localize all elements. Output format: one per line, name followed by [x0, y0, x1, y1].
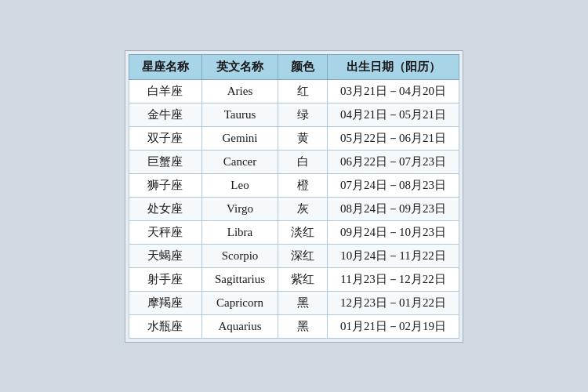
- table-header-row: 星座名称 英文名称 颜色 出生日期（阳历）: [129, 54, 459, 79]
- cell-color: 黑: [278, 291, 328, 314]
- cell-chinese-name: 摩羯座: [129, 291, 201, 314]
- table-row: 射手座Sagittarius紫红11月23日－12月22日: [129, 267, 459, 291]
- table-row: 天秤座Libra淡红09月24日－10月23日: [129, 220, 459, 244]
- cell-chinese-name: 狮子座: [129, 173, 201, 197]
- cell-english-name: Sagittarius: [201, 267, 278, 291]
- header-chinese-name: 星座名称: [129, 54, 201, 79]
- cell-english-name: Taurus: [201, 103, 278, 126]
- cell-chinese-name: 天秤座: [129, 220, 201, 244]
- table-row: 水瓶座Aquarius黑01月21日－02月19日: [129, 314, 459, 338]
- table-row: 处女座Virgo灰08月24日－09月23日: [129, 197, 459, 220]
- table-row: 摩羯座Capricorn黑12月23日－01月22日: [129, 291, 459, 314]
- table-row: 天蝎座Scorpio深红10月24日－11月22日: [129, 244, 459, 267]
- cell-color: 白: [278, 150, 328, 173]
- cell-dates: 06月22日－07月23日: [328, 150, 459, 173]
- cell-color: 淡红: [278, 220, 328, 244]
- cell-chinese-name: 巨蟹座: [129, 150, 201, 173]
- cell-chinese-name: 水瓶座: [129, 314, 201, 338]
- table-body: 白羊座Aries红03月21日－04月20日金牛座Taurus绿04月21日－0…: [129, 79, 459, 338]
- cell-english-name: Libra: [201, 220, 278, 244]
- cell-dates: 08月24日－09月23日: [328, 197, 459, 220]
- cell-english-name: Gemini: [201, 126, 278, 150]
- table-row: 双子座Gemini黄05月22日－06月21日: [129, 126, 459, 150]
- cell-color: 灰: [278, 197, 328, 220]
- cell-dates: 12月23日－01月22日: [328, 291, 459, 314]
- cell-english-name: Cancer: [201, 150, 278, 173]
- cell-chinese-name: 白羊座: [129, 79, 201, 103]
- cell-chinese-name: 金牛座: [129, 103, 201, 126]
- cell-color: 绿: [278, 103, 328, 126]
- cell-color: 红: [278, 79, 328, 103]
- cell-color: 橙: [278, 173, 328, 197]
- cell-dates: 03月21日－04月20日: [328, 79, 459, 103]
- cell-chinese-name: 射手座: [129, 267, 201, 291]
- cell-chinese-name: 双子座: [129, 126, 201, 150]
- zodiac-table-container: 星座名称 英文名称 颜色 出生日期（阳历） 白羊座Aries红03月21日－04…: [125, 50, 463, 343]
- zodiac-table: 星座名称 英文名称 颜色 出生日期（阳历） 白羊座Aries红03月21日－04…: [129, 54, 459, 339]
- cell-dates: 11月23日－12月22日: [328, 267, 459, 291]
- table-row: 巨蟹座Cancer白06月22日－07月23日: [129, 150, 459, 173]
- cell-dates: 01月21日－02月19日: [328, 314, 459, 338]
- table-row: 白羊座Aries红03月21日－04月20日: [129, 79, 459, 103]
- cell-dates: 07月24日－08月23日: [328, 173, 459, 197]
- cell-english-name: Aries: [201, 79, 278, 103]
- cell-dates: 09月24日－10月23日: [328, 220, 459, 244]
- table-row: 金牛座Taurus绿04月21日－05月21日: [129, 103, 459, 126]
- header-english-name: 英文名称: [201, 54, 278, 79]
- cell-english-name: Virgo: [201, 197, 278, 220]
- cell-dates: 04月21日－05月21日: [328, 103, 459, 126]
- cell-dates: 10月24日－11月22日: [328, 244, 459, 267]
- cell-chinese-name: 处女座: [129, 197, 201, 220]
- cell-color: 黑: [278, 314, 328, 338]
- cell-english-name: Leo: [201, 173, 278, 197]
- cell-english-name: Scorpio: [201, 244, 278, 267]
- header-dates: 出生日期（阳历）: [328, 54, 459, 79]
- cell-color: 黄: [278, 126, 328, 150]
- cell-color: 深红: [278, 244, 328, 267]
- cell-english-name: Capricorn: [201, 291, 278, 314]
- cell-dates: 05月22日－06月21日: [328, 126, 459, 150]
- cell-chinese-name: 天蝎座: [129, 244, 201, 267]
- cell-english-name: Aquarius: [201, 314, 278, 338]
- table-row: 狮子座Leo橙07月24日－08月23日: [129, 173, 459, 197]
- header-color: 颜色: [278, 54, 328, 79]
- cell-color: 紫红: [278, 267, 328, 291]
